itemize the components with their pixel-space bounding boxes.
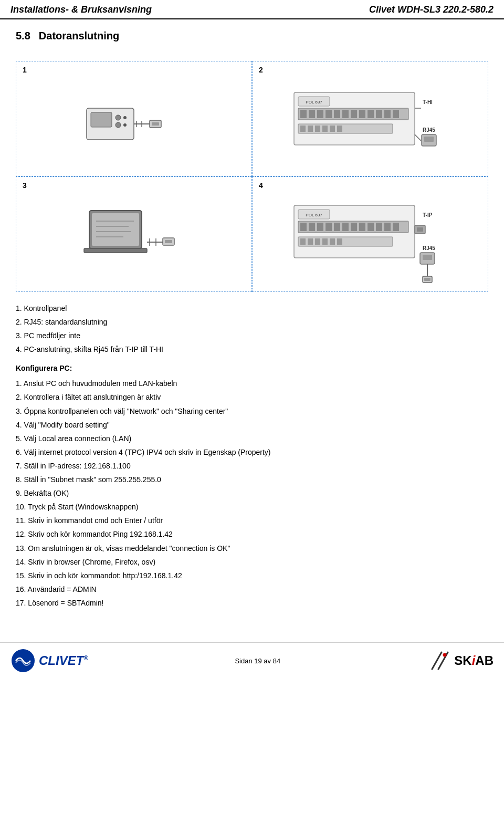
svg-rect-17 [317, 110, 323, 118]
diagram-svg-3 [81, 203, 186, 276]
konfigurera-list-item: 8. Ställ in "Subnet mask" som 255.255.25… [16, 474, 488, 486]
svg-rect-72 [322, 238, 328, 245]
header-title-left: Installations- & Bruksanvisning [10, 4, 152, 15]
svg-rect-46 [84, 248, 147, 253]
konfigurera-list-item: 14. Skriv in browser (Chrome, Firefox, o… [16, 556, 488, 568]
section-title: Datoranslutning [39, 30, 119, 42]
skiab-logo: SKiAB [427, 648, 494, 673]
diagram-content-1 [24, 69, 244, 169]
svg-rect-28 [300, 126, 306, 132]
list-item: 2. RJ45: standardanslutning [16, 316, 488, 328]
svg-rect-69 [300, 238, 306, 245]
diagram-cell-4: 4 POL 687 [252, 176, 488, 292]
svg-rect-62 [351, 223, 357, 231]
svg-rect-84 [424, 278, 430, 281]
konfigurera-list-item: 6. Välj internet protocol version 4 (TPC… [16, 446, 488, 458]
svg-rect-21 [351, 110, 357, 118]
list-item: 1. Kontrollpanel [16, 303, 488, 315]
cell-number-3: 3 [23, 181, 27, 190]
konfigurera-list-item: 9. Bekräfta (OK) [16, 487, 488, 499]
diagram-cell-1: 1 [16, 61, 252, 176]
svg-rect-10 [152, 122, 159, 126]
konfigurera-list-item: 17. Lösenord = SBTAdmin! [16, 597, 488, 609]
svg-rect-26 [393, 110, 399, 118]
svg-rect-66 [384, 223, 391, 231]
header-title-right: Clivet WDH-SL3 220.2-580.2 [369, 4, 494, 15]
svg-text:POL 687: POL 687 [306, 213, 322, 217]
svg-rect-60 [334, 223, 340, 231]
svg-rect-31 [322, 126, 328, 132]
section-number: 5.8 [16, 30, 30, 42]
clivet-logo-icon [10, 648, 36, 673]
clivet-logo: CLIVET® [10, 648, 88, 673]
konfigurera-list-item: 1. Anslut PC och huvudmodulen med LAN-ka… [16, 378, 488, 390]
svg-rect-57 [309, 223, 315, 231]
diagram-content-4: POL 687 [260, 184, 480, 284]
konfigurera-list-item: 16. Användarid = ADMIN [16, 583, 488, 596]
svg-rect-37 [424, 137, 434, 142]
svg-rect-16 [309, 110, 315, 118]
diagram-cell-3: 3 [16, 176, 252, 292]
svg-rect-80 [423, 255, 432, 260]
svg-rect-18 [326, 110, 332, 118]
svg-rect-33 [337, 126, 342, 132]
svg-text:T-IP: T-IP [423, 212, 433, 218]
konfigurera-list-item: 11. Skriv in kommandot cmd och Enter / u… [16, 515, 488, 527]
svg-point-4 [123, 116, 127, 119]
diagram-svg-4: POL 687 [289, 195, 452, 284]
item-list-1: 1. Kontrollpanel 2. RJ45: standardanslut… [16, 303, 488, 356]
svg-rect-61 [342, 223, 349, 231]
cell-number-2: 2 [259, 66, 263, 74]
konfigurera-list-item: 12. Skriv och kör kommandot Ping 192.168… [16, 528, 488, 540]
svg-rect-74 [337, 238, 342, 245]
diagram-svg-2: POL 687 [289, 82, 452, 166]
konfigurera-list-item: 4. Välj "Modify board setting" [16, 419, 488, 431]
svg-text:POL 687: POL 687 [306, 100, 322, 105]
konfigurera-list-item: 2. Kontrollera i fältet att anslutningen… [16, 391, 488, 403]
diagram-cell-2: 2 POL 687 [252, 61, 488, 176]
page-header: Installations- & Bruksanvisning Clivet W… [0, 0, 504, 19]
svg-rect-70 [308, 238, 313, 245]
konfigurera-list-item: 5. Välj Local area connection (LAN) [16, 433, 488, 445]
page-content: 5.8 Datoranslutning 1 [0, 19, 504, 621]
svg-rect-51 [165, 240, 172, 243]
svg-point-2 [116, 115, 121, 120]
clivet-brand-text: CLIVET® [39, 653, 88, 668]
list-item: 4. PC-anslutning, skifta Rj45 från T-IP … [16, 343, 488, 356]
svg-rect-23 [368, 110, 374, 118]
list-item: 3. PC medföljer inte [16, 330, 488, 342]
cell-number-4: 4 [259, 181, 263, 190]
svg-point-3 [116, 122, 121, 128]
diagram-grid: 1 [16, 61, 488, 292]
konfigurera-list-item: 3. Öppna kontrollpanelen och välj "Netwo… [16, 405, 488, 418]
svg-rect-32 [330, 126, 335, 132]
svg-rect-29 [308, 126, 313, 132]
konfigurera-list-item: 10. Tryck på Start (Windowsknappen) [16, 501, 488, 513]
svg-rect-73 [330, 238, 335, 245]
diagram-svg-1 [81, 92, 186, 155]
konfigurera-list-item: 15. Skriv in och kör kommandot: http:/19… [16, 570, 488, 582]
skiab-brand-text: SKiAB [454, 653, 494, 668]
svg-rect-22 [359, 110, 365, 118]
svg-rect-30 [315, 126, 320, 132]
konfigurera-list-item: 7. Ställ in IP-adress: 192.168.1.100 [16, 460, 488, 472]
svg-rect-67 [393, 223, 399, 231]
svg-text:RJ45: RJ45 [423, 245, 435, 251]
footer-page-number: Sidan 19 av 84 [235, 657, 280, 665]
svg-rect-56 [300, 223, 307, 231]
cell-number-1: 1 [23, 66, 27, 74]
konfigurera-list: 1. Anslut PC och huvudmodulen med LAN-ka… [16, 378, 488, 609]
svg-rect-65 [376, 223, 382, 231]
svg-rect-59 [326, 223, 332, 231]
svg-rect-71 [315, 238, 320, 245]
svg-rect-63 [359, 223, 365, 231]
diagram-content-2: POL 687 [260, 69, 480, 169]
svg-text:T-HI: T-HI [423, 99, 433, 105]
svg-rect-24 [376, 110, 382, 118]
konfigurera-list-section: 1. Anslut PC och huvudmodulen med LAN-ka… [16, 378, 488, 609]
svg-rect-41 [92, 213, 139, 246]
skiab-logo-icon [427, 648, 453, 673]
svg-rect-25 [384, 110, 391, 118]
svg-rect-19 [334, 110, 340, 118]
konfigurera-list-item: 13. Om anslutningen är ok, visas meddela… [16, 543, 488, 555]
